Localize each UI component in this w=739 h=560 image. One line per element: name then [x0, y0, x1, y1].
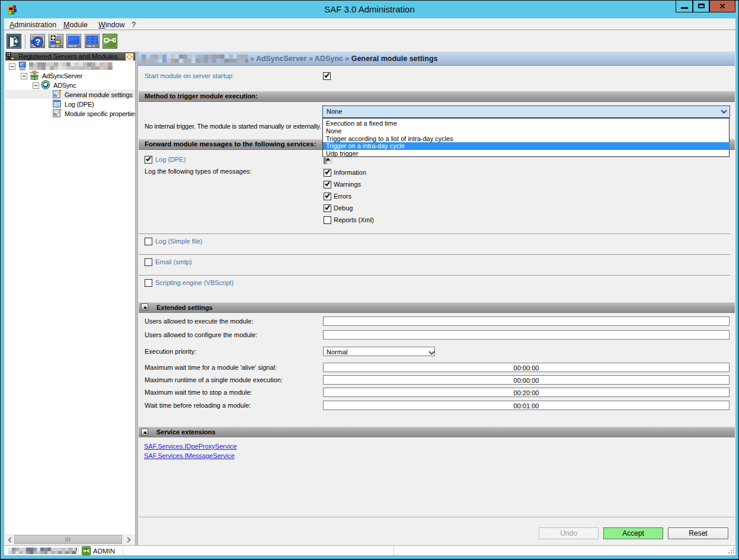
svg-text:?: ? [36, 37, 41, 47]
